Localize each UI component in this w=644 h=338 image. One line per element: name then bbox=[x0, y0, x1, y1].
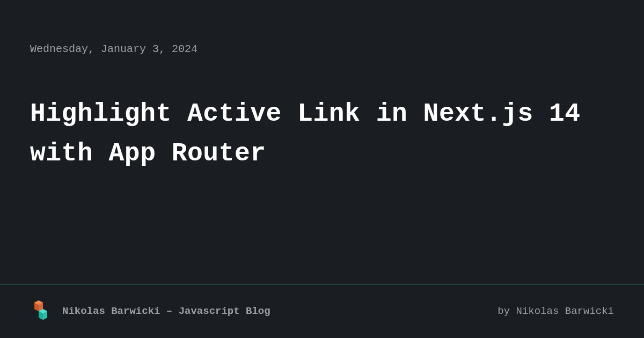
author-byline: by Nikolas Barwicki bbox=[497, 305, 614, 317]
post-title: Highlight Active Link in Next.js 14 with… bbox=[30, 94, 614, 174]
site-name: Nikolas Barwicki – Javascript Blog bbox=[62, 305, 270, 317]
logo-icon bbox=[30, 299, 52, 323]
post-date: Wednesday, January 3, 2024 bbox=[30, 43, 614, 55]
footer-left: Nikolas Barwicki – Javascript Blog bbox=[30, 299, 270, 323]
main-content: Wednesday, January 3, 2024 Highlight Act… bbox=[0, 0, 644, 284]
footer: Nikolas Barwicki – Javascript Blog by Ni… bbox=[0, 284, 644, 338]
